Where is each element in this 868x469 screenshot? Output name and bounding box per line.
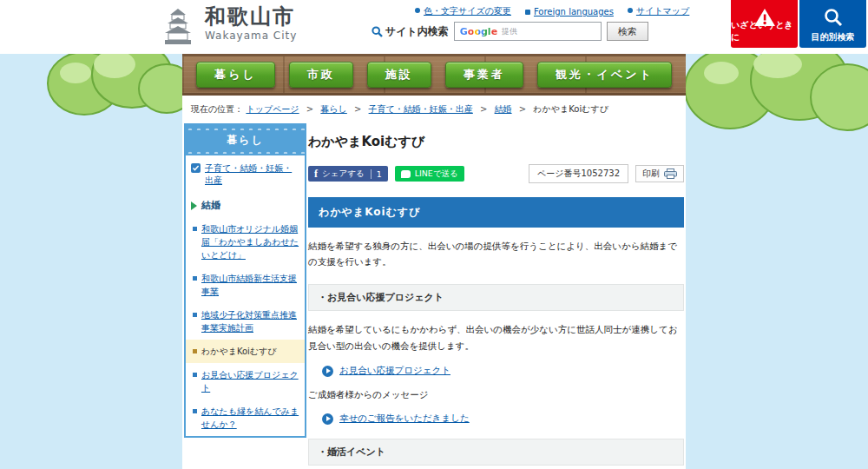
link-sitemap[interactable]: サイトマップ: [628, 5, 689, 17]
omiai-project-link-row: お見合い応援プロジェクト: [322, 365, 684, 377]
facebook-share-button[interactable]: f シェアする 1: [308, 166, 388, 182]
site-title-en: Wakayama City: [205, 30, 297, 42]
breadcrumb-label: 現在の位置：: [191, 104, 243, 114]
utility-links: 色・文字サイズの変更 Foreign languages サイトマップ: [415, 5, 689, 17]
breadcrumb-link-kurashi[interactable]: 暮らし: [320, 104, 346, 114]
sidebar-item-omiai-project[interactable]: お見合い応援プロジェクト: [186, 363, 305, 400]
sidebar-item-shoshika-taisaku[interactable]: 地域少子化対策重点推進事業実施計画: [186, 303, 305, 340]
sidebar-item-shinseikatsu-shien[interactable]: 和歌山市結婚新生活支援事業: [186, 267, 305, 303]
facebook-icon: f: [314, 168, 318, 181]
message-label: ご成婚者様からのメッセージ: [308, 389, 684, 401]
arrow-circle-icon: [322, 366, 333, 377]
section-heading-konkatsu-event: ・婚活イベント: [308, 439, 684, 466]
section-heading-omiai: ・お見合い応援プロジェクト: [308, 284, 684, 311]
main-nav: 暮らし 市政 施設 事業者 観光・イベント: [182, 54, 686, 96]
nav-kanko-event[interactable]: 観光・イベント: [537, 62, 672, 88]
sidebar-item-en-musubi[interactable]: あなたも縁を結んでみませんか？: [186, 400, 305, 436]
section-omiai-body: 結婚を希望しているにもかかわらず、出会いの機会が少ない方に世話人同士が連携してお…: [308, 321, 684, 354]
site-search-input[interactable]: Google 提供: [454, 22, 602, 41]
page-meta: ページ番号1052732 印刷: [529, 164, 684, 183]
breadcrumb-link-kekkon[interactable]: 結婚: [495, 104, 512, 114]
line-share-label: LINEで送る: [415, 168, 458, 180]
warning-icon: [753, 7, 777, 28]
google-logo: Google: [460, 26, 497, 37]
facebook-share-count: 1: [371, 169, 382, 179]
sidebar-parent-link[interactable]: 子育て・結婚・妊娠・出産: [186, 155, 305, 194]
magnifier-icon: [823, 7, 844, 28]
main-content: わかやまKoiむすび f シェアする 1 LINEで送る ページ番号105273…: [308, 123, 684, 469]
emergency-button[interactable]: いざというときに: [731, 0, 798, 48]
site-logo[interactable]: 和歌山市 Wakayama City: [158, 5, 297, 45]
happiness-report-link-row: 幸せのご報告をいただきました: [322, 413, 684, 425]
line-icon: [401, 170, 411, 178]
print-button[interactable]: 印刷: [635, 165, 684, 182]
link-foreign-languages[interactable]: Foreign languages: [525, 7, 614, 17]
site-search-label: サイト内検索: [372, 24, 449, 39]
share-row: f シェアする 1 LINEで送る ページ番号1052732 印刷: [308, 164, 684, 183]
sidebar-title: 暮らし: [186, 125, 305, 155]
printer-icon: [664, 168, 677, 179]
link-text-size[interactable]: 色・文字サイズの変更: [415, 5, 511, 17]
sidebar-section-kekkon[interactable]: 結婚: [186, 194, 305, 217]
page-number: ページ番号1052732: [529, 164, 628, 183]
nav-shisei[interactable]: 市政: [289, 62, 353, 88]
content-area: 現在の位置： トップページ > 暮らし > 子育て・結婚・妊娠・出産 > 結婚 …: [182, 96, 686, 469]
article-intro: 結婚を希望する独身の方に、出会いの場の提供等を行うことにより、出会いから結婚まで…: [308, 239, 684, 270]
google-provided-label: 提供: [502, 26, 517, 37]
purpose-search-label: 目的別検索: [812, 31, 855, 43]
breadcrumb-link-home[interactable]: トップページ: [246, 104, 299, 114]
site-header: 和歌山市 Wakayama City 色・文字サイズの変更 Foreign la…: [0, 0, 868, 54]
omiai-project-link[interactable]: お見合い応援プロジェクト: [339, 365, 450, 377]
search-submit-button[interactable]: 検索: [607, 22, 648, 41]
sidebar-item-koimusubi-current[interactable]: わかやまKoiむすび: [186, 340, 305, 363]
facebook-share-label: シェアする: [322, 168, 365, 180]
site-search: サイト内検索 Google 提供 検索: [372, 22, 648, 41]
castle-logo-icon: [158, 5, 198, 45]
sidebar-item-original-konintodoke[interactable]: 和歌山市オリジナル婚姻届「わかやましあわせたいとどけ」: [186, 217, 305, 267]
site-title: 和歌山市: [205, 5, 297, 28]
article-heading: わかやまKoiむすび: [308, 197, 684, 228]
nav-jigyosha[interactable]: 事業者: [445, 62, 523, 88]
sidebar: 暮らし 子育て・結婚・妊娠・出産 結婚 和歌山市オリジナル婚姻届「わかやましあわ…: [184, 123, 306, 438]
check-icon: [191, 163, 201, 173]
breadcrumb-current: わかやまKoiむすび: [533, 104, 608, 114]
page-title: わかやまKoiむすび: [308, 134, 684, 150]
search-icon: [372, 26, 383, 37]
print-label: 印刷: [642, 168, 660, 180]
page: 和歌山市 Wakayama City 色・文字サイズの変更 Foreign la…: [0, 0, 868, 469]
breadcrumb-link-kosodate[interactable]: 子育て・結婚・妊娠・出産: [369, 104, 473, 114]
line-share-button[interactable]: LINEで送る: [395, 166, 464, 182]
nav-shisetsu[interactable]: 施設: [367, 62, 431, 88]
happiness-report-link[interactable]: 幸せのご報告をいただきました: [339, 413, 470, 425]
purpose-search-button[interactable]: 目的別検索: [799, 0, 866, 48]
breadcrumb: 現在の位置： トップページ > 暮らし > 子育て・結婚・妊娠・出産 > 結婚 …: [182, 96, 686, 121]
arrow-circle-icon: [322, 413, 333, 425]
nav-kurashi[interactable]: 暮らし: [196, 62, 275, 88]
